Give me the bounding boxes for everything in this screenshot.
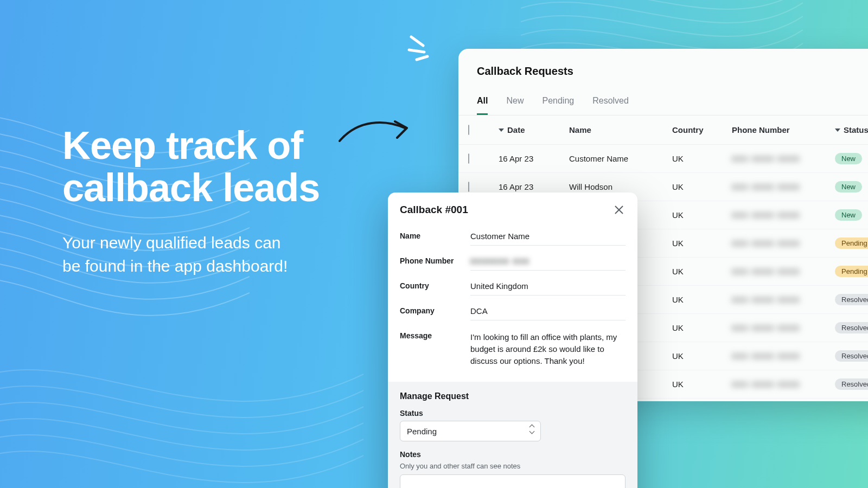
cell-phone: 000 0000 0000	[732, 267, 835, 276]
svg-line-1	[409, 50, 424, 52]
label-company: Company	[400, 306, 470, 320]
row-checkbox[interactable]	[468, 182, 469, 192]
tab-all[interactable]: All	[477, 91, 488, 115]
label-message: Message	[400, 331, 470, 371]
hero-headline: Keep track ofcallback leads	[62, 125, 320, 209]
value-phone: 0000000 000	[470, 256, 626, 271]
col-name[interactable]: Name	[569, 125, 672, 134]
svg-line-0	[411, 37, 423, 46]
cell-phone: 000 0000 0000	[732, 380, 835, 389]
cell-country: UK	[672, 295, 732, 304]
sort-icon	[835, 129, 840, 132]
cell-phone: 000 0000 0000	[732, 210, 835, 220]
cell-country: UK	[672, 210, 732, 220]
cell-status: Pending	[835, 237, 868, 249]
cell-name: Will Hodson	[569, 182, 672, 191]
cell-status: Resolved	[835, 322, 868, 333]
manage-request-section: Manage Request Status Pending Notes Only…	[388, 382, 637, 488]
notes-help: Only you and other staff can see notes	[400, 462, 626, 470]
svg-line-2	[417, 56, 427, 60]
value-message: I'm looking to fill an office with plant…	[470, 331, 626, 371]
waves-decoration	[0, 347, 363, 488]
arrow-decoration	[336, 114, 412, 152]
status-badge: Resolved	[835, 350, 868, 362]
cell-status: New	[835, 181, 868, 192]
row-checkbox[interactable]	[468, 153, 469, 164]
sparkle-decoration	[406, 31, 444, 64]
cell-date: 16 Apr 23	[499, 154, 569, 163]
notes-textarea[interactable]	[400, 474, 626, 488]
cell-status: Resolved	[835, 378, 868, 390]
cell-country: UK	[672, 267, 732, 276]
col-phone[interactable]: Phone Number	[732, 125, 835, 134]
col-country[interactable]: Country	[672, 125, 732, 134]
col-status[interactable]: Status	[835, 125, 868, 134]
label-name: Name	[400, 232, 470, 246]
cell-country: UK	[672, 351, 732, 361]
status-value: Pending	[407, 427, 437, 436]
value-country: United Kingdom	[470, 281, 626, 296]
notes-label: Notes	[400, 450, 626, 459]
cell-phone: 000 0000 0000	[732, 323, 835, 332]
label-country: Country	[400, 281, 470, 296]
select-all-checkbox[interactable]	[468, 125, 469, 135]
cell-phone: 000 0000 0000	[732, 295, 835, 304]
cell-status: New	[835, 153, 868, 164]
status-badge: New	[835, 181, 862, 192]
hero-subtitle: Your newly qualified leads canbe found i…	[62, 231, 320, 278]
cell-date: 16 Apr 23	[499, 182, 569, 191]
dashboard-title: Callback Requests	[458, 65, 868, 91]
status-badge: New	[835, 209, 862, 221]
cell-status: Pending	[835, 266, 868, 277]
col-date[interactable]: Date	[499, 125, 569, 134]
status-badge: Resolved	[835, 378, 868, 390]
tabs: All New Pending Resolved	[458, 91, 868, 115]
table-header: Date Name Country Phone Number Status Me…	[458, 115, 868, 145]
value-company: DCA	[470, 306, 626, 320]
cell-status: New	[835, 209, 868, 221]
status-badge: Resolved	[835, 294, 868, 305]
cell-country: UK	[672, 154, 732, 163]
manage-heading: Manage Request	[400, 391, 626, 401]
cell-country: UK	[672, 323, 732, 332]
cell-phone: 000 0000 0000	[732, 182, 835, 191]
cell-phone: 000 0000 0000	[732, 239, 835, 248]
cell-phone: 000 0000 0000	[732, 351, 835, 361]
status-badge: Resolved	[835, 322, 868, 333]
cell-status: Resolved	[835, 350, 868, 362]
status-select[interactable]: Pending	[400, 421, 541, 441]
status-badge: Pending	[835, 237, 868, 249]
status-badge: Pending	[835, 266, 868, 277]
cell-phone: 000 0000 0000	[732, 154, 835, 163]
modal-title: Callback #001	[400, 204, 468, 216]
chevron-updown-icon	[528, 426, 535, 434]
sort-icon	[499, 129, 504, 132]
tab-new[interactable]: New	[506, 91, 524, 115]
cell-country: UK	[672, 239, 732, 248]
status-badge: New	[835, 153, 862, 164]
callback-modal: Callback #001 NameCustomer Name Phone Nu…	[388, 192, 637, 488]
status-label: Status	[400, 409, 626, 418]
table-row[interactable]: 16 Apr 23Customer NameUK000 0000 0000New…	[458, 145, 868, 173]
cell-status: Resolved	[835, 294, 868, 305]
cell-country: UK	[672, 182, 732, 191]
cell-country: UK	[672, 380, 732, 389]
label-phone: Phone Number	[400, 256, 470, 271]
close-icon[interactable]	[612, 203, 626, 216]
cell-name: Customer Name	[569, 154, 672, 163]
tab-pending[interactable]: Pending	[542, 91, 574, 115]
tab-resolved[interactable]: Resolved	[592, 91, 629, 115]
value-name: Customer Name	[470, 232, 626, 246]
